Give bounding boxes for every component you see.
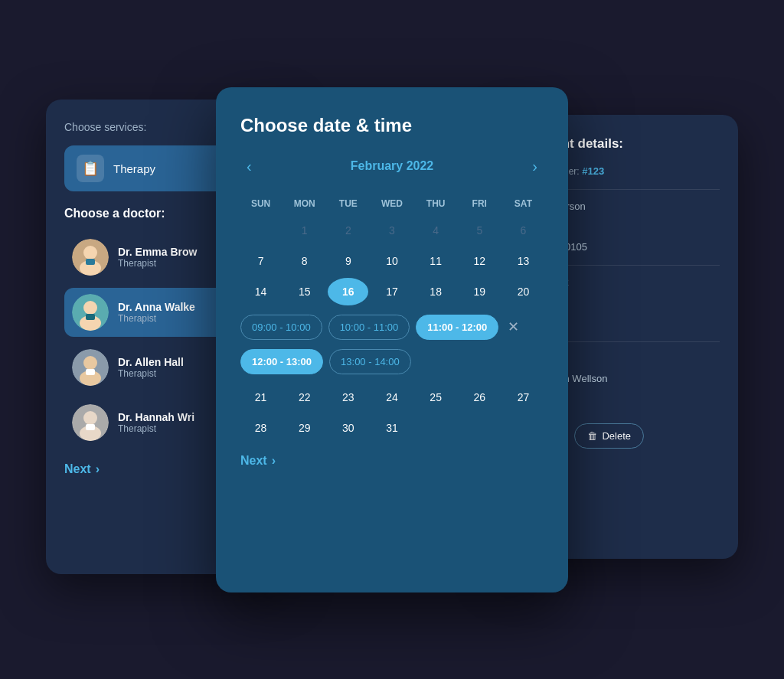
calendar-next-button[interactable]: Next › (240, 454, 276, 468)
calendar-next-label: Next (240, 454, 267, 468)
cal-day-18[interactable]: 18 (416, 278, 456, 305)
left-next-label: Next (64, 462, 91, 476)
doctor-role-4: Therapist (118, 423, 194, 434)
doctor-role-1: Therapist (118, 258, 197, 269)
cal-day-17[interactable]: 17 (371, 278, 412, 305)
cal-day-empty-6 (459, 414, 500, 442)
cal-day-16[interactable]: 16 (328, 278, 368, 305)
cal-day-15[interactable]: 15 (284, 278, 325, 305)
delete-button[interactable]: 🗑 Delete (574, 423, 644, 449)
doctor-name-1: Dr. Emma Brow (118, 246, 197, 258)
calendar-grid: SUN MON TUE WED THU FRI SAT 1 2 3 4 5 6 … (240, 194, 544, 305)
day-header-sun: SUN (240, 194, 281, 214)
avatar-4 (72, 404, 109, 441)
svg-point-9 (83, 356, 97, 370)
day-header-sat: SAT (503, 194, 544, 214)
cal-day-5[interactable]: 5 (459, 217, 500, 244)
cal-day-3[interactable]: 3 (371, 217, 412, 244)
cal-day-29[interactable]: 29 (284, 414, 325, 442)
left-next-chevron-icon: › (96, 462, 100, 476)
doctor-name-2: Dr. Anna Walke (118, 301, 195, 313)
time-slots-row-2: 12:00 - 13:00 13:00 - 14:00 (240, 349, 544, 374)
cal-day-30[interactable]: 30 (328, 414, 368, 442)
avatar-2 (72, 294, 109, 331)
cal-day-22[interactable]: 22 (284, 384, 325, 411)
cal-day-27[interactable]: 27 (503, 384, 544, 411)
svg-rect-15 (86, 424, 95, 430)
prev-month-button[interactable]: ‹ (240, 155, 258, 178)
left-next-button[interactable]: Next › (64, 462, 100, 476)
cal-day-24[interactable]: 24 (371, 384, 412, 411)
doctor-name-3: Dr. Allen Hall (118, 356, 184, 368)
svg-point-13 (83, 411, 97, 425)
cal-day-19[interactable]: 19 (459, 278, 500, 305)
trash-icon: 🗑 (587, 430, 597, 442)
service-name: Therapy (113, 162, 155, 175)
cal-day-2[interactable]: 2 (328, 217, 368, 244)
calendar-next-chevron-icon: › (272, 454, 276, 468)
time-slot-9-10[interactable]: 09:00 - 10:00 (240, 315, 322, 340)
time-slot-10-11[interactable]: 10:00 - 11:00 (328, 315, 410, 340)
calendar-month: February 2022 (351, 159, 434, 173)
therapy-icon: 📋 (77, 155, 104, 182)
svg-rect-7 (86, 314, 95, 320)
calendar-title: Choose date & time (240, 115, 544, 136)
doctor-info-3: Dr. Allen Hall Therapist (118, 356, 184, 379)
time-slot-12-13[interactable]: 12:00 - 13:00 (240, 349, 323, 374)
time-slots-row-1: 09:00 - 10:00 10:00 - 11:00 11:00 - 12:0… (240, 315, 544, 340)
day-header-fri: FRI (459, 194, 500, 214)
cal-day-8[interactable]: 8 (284, 247, 325, 275)
svg-rect-3 (86, 259, 95, 265)
cal-day-28[interactable]: 28 (240, 414, 281, 442)
avatar-1 (72, 239, 109, 276)
calendar-grid-lower: 21 22 23 24 25 26 27 28 29 30 31 (240, 384, 544, 442)
doctor-info-2: Dr. Anna Walke Therapist (118, 301, 195, 324)
doctor-role-2: Therapist (118, 313, 195, 324)
calendar-nav: ‹ February 2022 › (240, 155, 544, 178)
doctor-name-4: Dr. Hannah Wri (118, 411, 194, 423)
cal-day-empty-1 (240, 217, 281, 244)
cal-day-empty-5 (416, 414, 456, 442)
doctor-info-1: Dr. Emma Brow Therapist (118, 246, 197, 269)
svg-rect-11 (86, 369, 95, 375)
cal-day-14[interactable]: 14 (240, 278, 281, 305)
cal-day-13[interactable]: 13 (503, 247, 544, 275)
day-header-tue: TUE (328, 194, 368, 214)
next-month-button[interactable]: › (526, 155, 544, 178)
time-slot-11-12[interactable]: 11:00 - 12:00 (416, 315, 498, 340)
cal-day-4[interactable]: 4 (416, 217, 456, 244)
cal-day-23[interactable]: 23 (328, 384, 368, 411)
related-order-value[interactable]: #123 (582, 165, 604, 177)
cal-day-25[interactable]: 25 (416, 384, 456, 411)
avatar-3 (72, 349, 109, 386)
svg-point-1 (83, 246, 97, 260)
time-slot-13-14[interactable]: 13:00 - 14:00 (329, 349, 411, 374)
svg-point-5 (83, 301, 97, 315)
cal-day-12[interactable]: 12 (459, 247, 500, 275)
day-header-thu: THU (416, 194, 456, 214)
cal-day-9[interactable]: 9 (328, 247, 368, 275)
close-time-icon[interactable]: ✕ (508, 318, 519, 335)
cal-day-10[interactable]: 10 (371, 247, 412, 275)
calendar-panel: Choose date & time ‹ February 2022 › SUN… (216, 87, 568, 592)
cal-day-7[interactable]: 7 (240, 247, 281, 275)
day-header-mon: MON (284, 194, 325, 214)
cal-day-20[interactable]: 20 (503, 278, 544, 305)
cal-day-11[interactable]: 11 (416, 247, 456, 275)
cal-day-1[interactable]: 1 (284, 217, 325, 244)
delete-label: Delete (602, 430, 631, 442)
doctor-info-4: Dr. Hannah Wri Therapist (118, 411, 194, 434)
cal-day-6[interactable]: 6 (503, 217, 544, 244)
cal-day-empty-7 (503, 414, 544, 442)
cal-day-31[interactable]: 31 (371, 414, 412, 442)
day-header-wed: WED (371, 194, 412, 214)
cal-day-21[interactable]: 21 (240, 384, 281, 411)
doctor-role-3: Therapist (118, 368, 184, 379)
cal-day-26[interactable]: 26 (459, 384, 500, 411)
